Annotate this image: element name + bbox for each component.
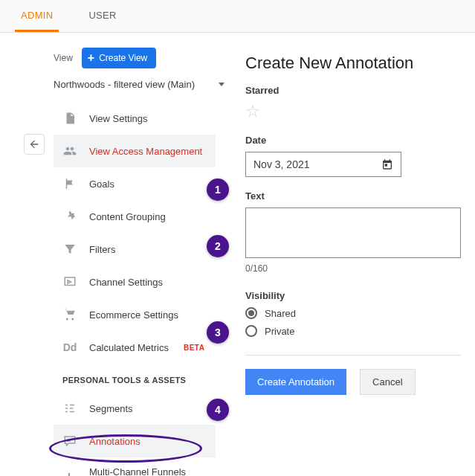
tab-user[interactable]: USER xyxy=(83,1,122,32)
back-button[interactable] xyxy=(24,134,45,155)
create-view-button[interactable]: + Create View xyxy=(82,48,157,68)
star-toggle[interactable]: ☆ xyxy=(245,102,260,121)
group-icon xyxy=(62,209,77,224)
radio-private[interactable]: Private xyxy=(245,325,461,337)
menu-label: Ecommerce Settings xyxy=(89,309,178,321)
flag-icon xyxy=(62,176,77,191)
menu-label: Content Grouping xyxy=(89,211,166,222)
channel-icon xyxy=(62,274,77,289)
menu-calculated-metrics[interactable]: Dd Calculated Metrics BETA xyxy=(54,331,216,364)
menu-filters[interactable]: Filters xyxy=(54,233,216,266)
divider xyxy=(245,355,461,356)
create-view-label: Create View xyxy=(99,53,147,63)
menu-content-grouping[interactable]: Content Grouping xyxy=(54,200,216,233)
menu-ecommerce[interactable]: Ecommerce Settings xyxy=(54,298,216,331)
filter-icon xyxy=(62,242,77,257)
menu-view-settings[interactable]: View Settings xyxy=(54,102,216,135)
section-personal-tools: PERSONAL TOOLS & ASSETS xyxy=(54,364,216,392)
menu-goals[interactable]: Goals xyxy=(54,167,216,200)
menu-segments[interactable]: Segments xyxy=(54,392,216,425)
annotation-icon xyxy=(62,434,77,448)
text-label: Text xyxy=(245,190,461,202)
calendar-icon xyxy=(381,158,393,170)
menu-annotations[interactable]: Annotations xyxy=(54,425,216,457)
cancel-button[interactable]: Cancel xyxy=(360,369,415,395)
menu-label: View Settings xyxy=(89,113,148,124)
menu-label: Calculated Metrics xyxy=(89,342,169,353)
create-annotation-button[interactable]: Create Annotation xyxy=(245,369,346,395)
page-title: Create New Annotation xyxy=(245,54,461,73)
date-input[interactable]: Nov 3, 2021 xyxy=(245,152,401,177)
view-label: View xyxy=(54,53,73,63)
back-arrow-icon xyxy=(28,138,40,150)
tab-admin[interactable]: ADMIN xyxy=(15,1,59,32)
beta-badge: BETA xyxy=(184,344,204,352)
menu-channel-settings[interactable]: Channel Settings xyxy=(54,266,216,298)
cart-icon xyxy=(62,307,77,322)
menu-label: Filters xyxy=(89,244,115,255)
step-badge-2: 2 xyxy=(207,235,229,257)
date-label: Date xyxy=(245,135,461,146)
text-input[interactable] xyxy=(245,208,461,258)
radio-icon xyxy=(245,325,257,337)
menu-label: Multi-Channel Funnels Settings xyxy=(89,466,207,476)
funnel-icon xyxy=(62,470,77,476)
menu-label: Segments xyxy=(89,403,133,414)
date-value: Nov 3, 2021 xyxy=(253,158,310,170)
step-badge-1: 1 xyxy=(207,178,229,201)
plus-icon: + xyxy=(88,52,94,64)
people-icon xyxy=(62,144,77,158)
step-badge-4: 4 xyxy=(207,399,229,421)
radio-shared[interactable]: Shared xyxy=(245,307,461,319)
radio-icon xyxy=(245,307,257,319)
segments-icon xyxy=(62,401,77,416)
menu-mcf[interactable]: Multi-Channel Funnels Settings xyxy=(54,457,216,476)
dd-icon: Dd xyxy=(62,340,77,355)
menu-label: Annotations xyxy=(89,436,140,447)
starred-label: Starred xyxy=(245,85,461,96)
menu-view-access[interactable]: View Access Management xyxy=(54,135,216,167)
view-dropdown[interactable]: Northwoods - filtered view (Main) xyxy=(54,74,224,94)
step-badge-3: 3 xyxy=(207,321,229,344)
char-counter: 0/160 xyxy=(245,263,461,274)
page-icon xyxy=(62,111,77,126)
menu-label: Channel Settings xyxy=(89,277,163,288)
visibility-label: Visibility xyxy=(245,290,461,301)
radio-label: Private xyxy=(265,326,294,337)
view-dropdown-value: Northwoods - filtered view (Main) xyxy=(54,79,195,90)
menu-label: View Access Management xyxy=(89,146,202,157)
radio-label: Shared xyxy=(265,308,296,319)
menu-label: Goals xyxy=(89,178,114,190)
